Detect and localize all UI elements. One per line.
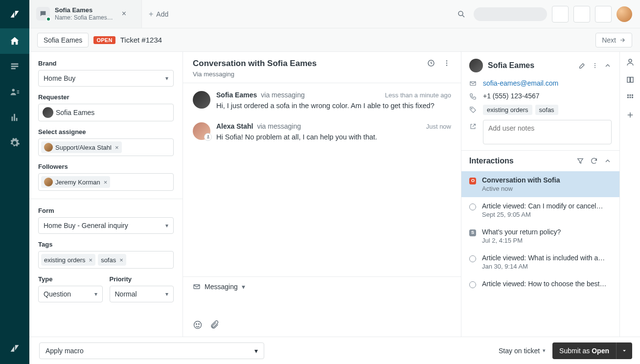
remove-chip-icon[interactable]: × xyxy=(88,256,93,264)
submit-dropdown[interactable] xyxy=(616,342,632,359)
svg-point-0 xyxy=(458,11,463,16)
close-icon[interactable]: × xyxy=(122,9,126,18)
current-user-avatar[interactable] xyxy=(617,6,632,22)
interaction-item[interactable]: Article viewed: How to choose the best… xyxy=(461,275,619,293)
edit-icon[interactable] xyxy=(578,62,586,69)
interaction-title: What's your return policy? xyxy=(482,228,612,236)
nav-customers[interactable] xyxy=(0,79,29,105)
history-icon[interactable] xyxy=(427,59,435,68)
macro-label: Apply macro xyxy=(46,347,84,355)
message-time: Just now xyxy=(426,123,451,130)
assignee-value: Support/Alexa Stahl xyxy=(55,144,112,151)
avatar-icon xyxy=(44,143,53,152)
priority-select[interactable]: Normal ▾ xyxy=(110,286,174,302)
message-avatar xyxy=(193,91,210,109)
requester-value: Sofia Eames xyxy=(56,109,94,116)
emoji-icon[interactable] xyxy=(193,320,203,330)
customer-email[interactable]: sofia-eames@email.com xyxy=(483,79,558,87)
ticket-tab[interactable]: Sofia Eames Name: Sofia Eames… × xyxy=(29,0,142,28)
customer-avatar xyxy=(469,59,483,72)
ticket-id: Ticket #1234 xyxy=(120,36,162,44)
interaction-item[interactable]: Conversation with Sofia Active now xyxy=(461,171,619,197)
chevron-down-icon: ▾ xyxy=(543,347,546,354)
add-tab-button[interactable]: + Add xyxy=(142,10,175,19)
submit-status: Open xyxy=(592,347,609,355)
followers-field[interactable]: Jeremy Korman × xyxy=(38,173,174,191)
type-select[interactable]: Question ▾ xyxy=(38,286,103,302)
brand-select[interactable]: Home Buy ▾ xyxy=(38,70,174,87)
svg-point-14 xyxy=(629,59,632,62)
customer-phone: +1 (555) 123-4567 xyxy=(483,92,540,100)
interaction-title: Article viewed: Can I modify or cancel… xyxy=(482,202,612,210)
next-label: Next xyxy=(602,36,616,44)
svg-rect-15 xyxy=(627,94,629,96)
nav-home[interactable] xyxy=(0,28,29,54)
channel-selector[interactable]: Messaging ▾ xyxy=(193,283,451,291)
topbar-button-1[interactable] xyxy=(552,6,569,23)
requester-field[interactable]: Sofia Eames xyxy=(38,104,174,121)
svg-point-3 xyxy=(446,63,447,64)
mail-icon xyxy=(193,283,201,291)
context-panel: Sofia Eames sofia-eames@email.com +1 (55… xyxy=(461,52,619,337)
tag-chip[interactable]: sofas × xyxy=(98,254,126,266)
user-notes-input[interactable] xyxy=(483,120,612,144)
submit-button[interactable]: Submit as Open xyxy=(552,342,616,359)
form-select[interactable]: Home Buy - General inquiry ▾ xyxy=(38,217,174,234)
assignee-chip[interactable]: Support/Alexa Stahl × xyxy=(41,141,122,153)
search-icon[interactable] xyxy=(454,7,469,22)
nav-zendesk-logo[interactable] xyxy=(0,336,29,361)
svg-point-2 xyxy=(446,60,447,61)
assignee-field[interactable]: Support/Alexa Stahl × xyxy=(38,138,174,156)
refresh-icon[interactable] xyxy=(590,157,598,165)
collapse-icon[interactable] xyxy=(604,157,612,165)
message-author: Sofia Eames xyxy=(216,91,257,99)
status-badge: OPEN xyxy=(93,36,115,44)
remove-chip-icon[interactable]: × xyxy=(114,144,119,151)
apps-icon[interactable] xyxy=(626,93,635,102)
svg-rect-17 xyxy=(632,94,633,96)
interaction-item[interactable]: Article viewed: What is included with a…… xyxy=(461,249,619,275)
attachment-icon[interactable] xyxy=(209,320,219,330)
nav-settings[interactable] xyxy=(0,130,29,156)
priority-label: Priority xyxy=(110,275,174,283)
more-icon[interactable] xyxy=(591,62,599,69)
breadcrumb-user[interactable]: Sofia Eames xyxy=(37,33,89,47)
interaction-item[interactable]: What's your return policy? Jul 2, 4:15 P… xyxy=(461,223,619,249)
channel-label: Messaging xyxy=(205,283,238,291)
avatar-icon xyxy=(43,107,53,118)
collapse-icon[interactable] xyxy=(604,62,612,69)
topbar-button-3[interactable] xyxy=(595,6,612,23)
assignee-label: Select assignee xyxy=(38,128,174,136)
interaction-item[interactable]: Article viewed: Can I modify or cancel… … xyxy=(461,197,619,223)
interaction-marker xyxy=(469,178,476,184)
avatar-icon xyxy=(44,178,53,186)
tag-chip[interactable]: existing orders × xyxy=(41,254,95,266)
tags-field[interactable]: existing orders × sofas × xyxy=(38,251,174,269)
user-icon[interactable] xyxy=(626,58,635,67)
interaction-marker xyxy=(469,229,476,236)
omnibar-placeholder[interactable] xyxy=(474,7,547,21)
apply-macro-select[interactable]: Apply macro ▾ xyxy=(39,342,264,359)
knowledge-icon[interactable] xyxy=(626,75,635,84)
svg-rect-18 xyxy=(627,97,629,98)
remove-chip-icon[interactable]: × xyxy=(103,179,108,186)
nav-reports[interactable] xyxy=(0,105,29,130)
add-app-icon[interactable] xyxy=(626,111,635,119)
chevron-down-icon xyxy=(621,348,627,354)
filter-icon[interactable] xyxy=(576,157,584,165)
topbar-button-2[interactable] xyxy=(573,6,590,23)
online-dot-icon xyxy=(46,17,51,22)
tab-title: Sofia Eames xyxy=(55,6,113,14)
interaction-marker xyxy=(469,281,476,288)
interaction-subtitle: Jan 30, 9:14 AM xyxy=(482,263,612,270)
external-link-icon xyxy=(469,123,477,130)
follower-chip[interactable]: Jeremy Korman × xyxy=(41,176,110,188)
ticket-properties-sidebar: Brand Home Buy ▾ Requester Sofia Eames S… xyxy=(29,52,183,337)
nav-views[interactable] xyxy=(0,54,29,79)
mail-icon xyxy=(469,80,477,87)
stay-on-ticket-menu[interactable]: Stay on ticket ▾ xyxy=(499,347,546,355)
more-icon[interactable] xyxy=(442,59,451,68)
next-button[interactable]: Next xyxy=(595,33,632,47)
chevron-down-icon: ▾ xyxy=(94,291,97,297)
remove-chip-icon[interactable]: × xyxy=(118,256,123,264)
